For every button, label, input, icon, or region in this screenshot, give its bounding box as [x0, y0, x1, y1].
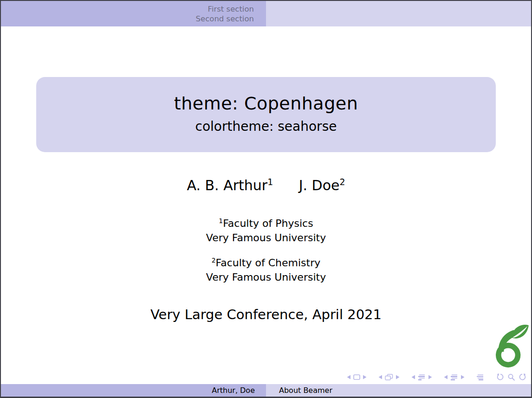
overleaf-leaf-logo [489, 324, 530, 370]
nav-group-frame [377, 374, 401, 380]
author-line: A. B. Arthur1 J. Doe2 [1, 176, 531, 195]
headline-right-panel [266, 1, 531, 26]
institute-1-university: Very Famous University [1, 231, 531, 245]
date-line: Very Large Conference, April 2021 [1, 306, 531, 323]
navigation-bar [345, 372, 528, 383]
institute-1-mark: 1 [219, 217, 223, 225]
title-box: theme: Copenhagen colortheme: seahorse [36, 77, 496, 152]
nav-group-subsection [410, 374, 434, 380]
nav-group-appendix [475, 374, 486, 380]
footline-title: About Beamer [279, 386, 332, 395]
author-2: J. Doe2 [299, 176, 345, 195]
slide-icon[interactable] [353, 374, 360, 380]
author-2-mark: 2 [340, 177, 345, 187]
headline-link-first-section[interactable]: First section [208, 4, 254, 14]
footline-title-panel: About Beamer [266, 384, 531, 397]
headline-link-second-section[interactable]: Second section [196, 14, 254, 24]
forward-icon[interactable] [518, 373, 527, 381]
nav-group-tools [494, 373, 528, 381]
search-icon[interactable] [507, 373, 515, 381]
institute-1: 1Faculty of Physics Very Famous Universi… [1, 216, 531, 245]
institute-2-mark: 2 [212, 257, 216, 264]
prev-subsection-icon[interactable] [411, 375, 415, 379]
next-slide-icon[interactable] [363, 375, 367, 379]
prev-frame-icon[interactable] [378, 375, 382, 379]
next-subsection-icon[interactable] [428, 375, 432, 379]
footline-bar: Arthur, Doe About Beamer [1, 384, 531, 397]
footline-authors: Arthur, Doe [212, 386, 255, 395]
institute-2-dept: 2Faculty of Chemistry [1, 256, 531, 270]
headline-section-panel: First section Second section [1, 1, 266, 26]
back-icon[interactable] [496, 373, 505, 381]
prev-slide-icon[interactable] [347, 375, 350, 379]
institute-2-university: Very Famous University [1, 270, 531, 284]
prev-section-icon[interactable] [444, 375, 448, 379]
headline-bar: First section Second section [1, 1, 531, 26]
appendix-lines-icon[interactable] [476, 374, 484, 380]
subsection-lines-icon[interactable] [418, 374, 426, 380]
nav-group-slide [345, 374, 368, 380]
author-1-mark: 1 [267, 177, 273, 187]
beamer-title-slide: First section Second section theme: Cope… [0, 0, 532, 398]
author-2-name: J. Doe [299, 177, 340, 193]
footline-authors-panel: Arthur, Doe [1, 384, 266, 397]
nav-group-section [442, 374, 466, 380]
slide-title: theme: Copenhagen [36, 93, 496, 114]
institute-2: 2Faculty of Chemistry Very Famous Univer… [1, 256, 531, 284]
slide-subtitle: colortheme: seahorse [36, 119, 496, 135]
next-section-icon[interactable] [461, 375, 465, 379]
frames-icon[interactable] [385, 374, 393, 380]
section-lines-icon[interactable] [450, 374, 458, 380]
author-1: A. B. Arthur1 [187, 176, 273, 195]
institute-1-dept: 1Faculty of Physics [1, 216, 531, 231]
next-frame-icon[interactable] [396, 375, 400, 379]
author-1-name: A. B. Arthur [187, 177, 267, 193]
